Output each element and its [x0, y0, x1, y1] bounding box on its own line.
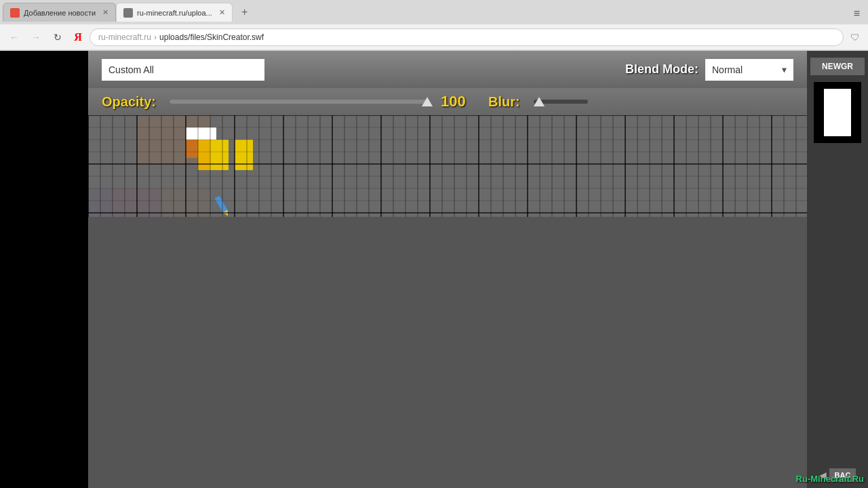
refresh-button[interactable]: ↻	[49, 28, 66, 46]
tab-2[interactable]: ru-minecraft.ru/uploa... ✕	[116, 3, 233, 22]
blur-slider-thumb[interactable]	[534, 97, 545, 106]
opacity-slider-fill	[170, 100, 427, 104]
canvas-area[interactable]	[88, 115, 807, 217]
tab1-label: Добавление новости	[24, 9, 96, 17]
blend-mode-select[interactable]: Normal Multiply Screen Overlay	[705, 59, 793, 81]
preview-content	[824, 89, 851, 136]
tab2-close[interactable]: ✕	[219, 8, 225, 17]
right-panel: NEWGR ◀ BAC	[807, 51, 868, 488]
watermark: Ru-Minecraft.Ru	[796, 474, 864, 484]
blur-slider-track[interactable]	[534, 100, 588, 104]
hamburger-icon[interactable]: ≡	[854, 7, 860, 20]
preview-box	[814, 82, 861, 143]
new-tab-button[interactable]: +	[235, 3, 254, 22]
toolbar: Blend Mode: Normal Multiply Screen Overl…	[88, 51, 807, 88]
opacity-slider-thumb[interactable]	[422, 97, 433, 106]
tab1-close[interactable]: ✕	[102, 8, 108, 17]
tab1-icon	[10, 8, 20, 18]
yandex-icon[interactable]: Я	[71, 30, 85, 45]
left-strip	[0, 51, 88, 488]
newgr-button[interactable]: NEWGR	[810, 58, 865, 75]
address-domain: ru-minecraft.ru	[98, 33, 151, 42]
opacity-value: 100	[441, 93, 468, 110]
address-path: uploads/files/SkinCreator.swf	[159, 33, 264, 42]
opacity-row: Opacity: 100 Blur:	[88, 88, 807, 115]
pixel-canvas[interactable]	[88, 115, 807, 217]
address-separator: ›	[154, 33, 157, 42]
blend-mode-wrapper: Normal Multiply Screen Overlay ▼	[705, 59, 793, 81]
browser-menu: ≡	[854, 3, 865, 24]
browser-chrome: Добавление новости ✕ ru-minecraft.ru/upl…	[0, 0, 868, 51]
tab-1[interactable]: Добавление новости ✕	[3, 3, 116, 22]
main-content: Blend Mode: Normal Multiply Screen Overl…	[0, 51, 868, 488]
opacity-label: Opacity:	[102, 94, 156, 110]
address-bar[interactable]: ru-minecraft.ru › uploads/files/SkinCrea…	[90, 28, 844, 46]
blur-label: Blur:	[488, 94, 520, 110]
forward-button[interactable]: →	[27, 28, 45, 46]
opacity-slider-track[interactable]	[170, 100, 427, 104]
back-button[interactable]: ←	[5, 28, 23, 46]
tab2-icon	[123, 8, 133, 18]
blend-mode-section: Blend Mode: Normal Multiply Screen Overl…	[625, 59, 793, 81]
tab2-label: ru-minecraft.ru/uploa...	[137, 9, 212, 17]
blend-mode-label: Blend Mode:	[625, 62, 698, 77]
shield-icon: 🛡	[848, 30, 863, 45]
skin-editor: Blend Mode: Normal Multiply Screen Overl…	[88, 51, 807, 488]
layer-name-input[interactable]	[102, 59, 264, 81]
browser-nav: ← → ↻ Я ru-minecraft.ru › uploads/files/…	[0, 24, 868, 50]
